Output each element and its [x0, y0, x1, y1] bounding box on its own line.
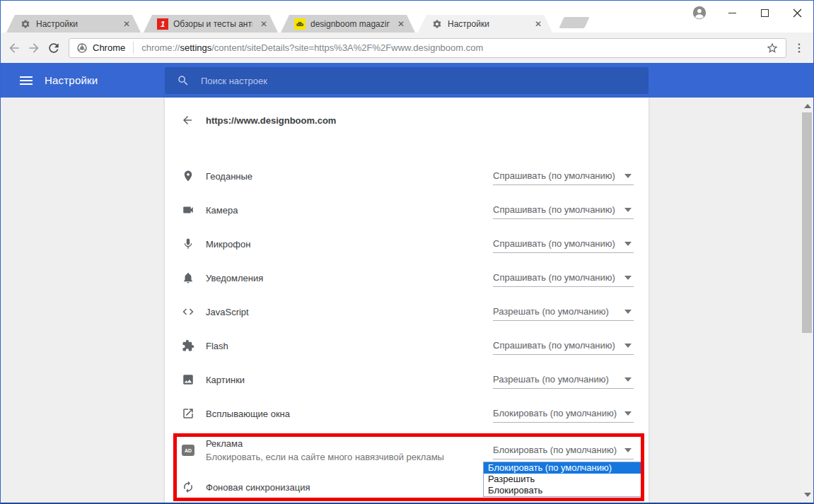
flash-permission-select[interactable]: Спрашивать (по умолчанию) — [493, 336, 634, 355]
row-sublabel: Блокировать, если на сайте много навязчи… — [206, 452, 444, 462]
omnibox-separator — [133, 42, 134, 54]
popups-permission-select[interactable]: Блокировать (по умолчанию) — [493, 404, 634, 423]
profile-icon[interactable] — [692, 5, 707, 20]
db-favicon: db — [294, 18, 306, 30]
tab-close-icon[interactable]: ✕ — [535, 20, 542, 28]
chrome-logo-icon — [76, 42, 88, 54]
arrow-back-icon — [181, 114, 194, 127]
maximize-icon — [761, 9, 769, 17]
url-text: chrome://settings/content/siteDetails?si… — [141, 42, 483, 53]
caret-down-icon — [624, 448, 632, 452]
dropdown-option-block[interactable]: Блокировать — [484, 485, 641, 496]
row-label: Всплывающие окна — [206, 409, 290, 419]
caret-down-icon — [624, 242, 632, 246]
reload-icon — [47, 41, 61, 55]
row-label: Flash — [206, 341, 228, 351]
microphone-icon — [181, 237, 195, 251]
row-label: Уведомления — [206, 273, 263, 283]
row-notifications: Уведомления Спрашивать (по умолчанию) — [165, 261, 649, 295]
tab-antivirus-reviews[interactable]: 1 Обзоры и тесты антиви ✕ — [144, 15, 278, 33]
image-icon — [181, 373, 195, 387]
caret-down-icon — [624, 344, 632, 348]
images-permission-select[interactable]: Разрешать (по умолчанию) — [493, 370, 634, 389]
maximize-button[interactable] — [757, 6, 772, 20]
row-label: Картинки — [206, 375, 245, 385]
back-button[interactable] — [5, 39, 23, 57]
row-label: Геоданные — [206, 171, 252, 182]
dropdown-option-allow[interactable]: Разрешить — [484, 474, 641, 485]
row-label: Реклама — [206, 438, 444, 449]
microphone-permission-select[interactable]: Спрашивать (по умолчанию) — [493, 235, 634, 253]
javascript-permission-select[interactable]: Разрешать (по умолчанию) — [493, 303, 634, 321]
caret-down-icon — [624, 310, 632, 314]
close-icon — [793, 8, 802, 18]
row-images: Картинки Разрешать (по умолчанию) — [165, 363, 649, 397]
scroll-down-icon[interactable] — [804, 493, 811, 497]
browser-window: Настройки ✕ 1 Обзоры и тесты антиви ✕ db… — [0, 0, 814, 504]
tab-designboom[interactable]: db designboom magazine | ✕ — [281, 15, 415, 33]
search-icon — [177, 74, 190, 87]
browser-toolbar: Chrome chrome://settings/content/siteDet… — [1, 33, 813, 63]
sync-icon — [181, 480, 195, 494]
address-bar[interactable]: Chrome chrome://settings/content/siteDet… — [69, 38, 786, 58]
tab-settings-active[interactable]: Настройки ✕ — [418, 15, 552, 33]
tab-title: Настройки — [36, 19, 115, 29]
caret-down-icon — [624, 208, 632, 212]
location-pin-icon — [181, 169, 195, 183]
scroll-up-icon[interactable] — [804, 104, 811, 108]
caret-down-icon — [624, 377, 632, 382]
tab-title: designboom magazine | — [310, 19, 390, 29]
minimize-icon — [728, 13, 736, 13]
row-camera: Камера Спрашивать (по умолчанию) — [165, 193, 649, 227]
notifications-permission-select[interactable]: Спрашивать (по умолчанию) — [493, 269, 634, 287]
scrollbar[interactable] — [801, 98, 813, 503]
scrollbar-thumb[interactable] — [802, 112, 812, 333]
chrome-badge-label: Chrome — [93, 42, 125, 53]
new-tab-button[interactable] — [559, 17, 589, 28]
site-details-card: https://www.designboom.com Геоданные Спр… — [165, 98, 649, 503]
gear-icon — [20, 18, 31, 30]
caret-down-icon — [624, 276, 632, 280]
tab-title: Обзоры и тесты антиви — [173, 19, 252, 29]
dropdown-option-block-default[interactable]: Блокировать (по умолчанию) — [484, 462, 641, 474]
site-url: https://www.designboom.com — [206, 115, 336, 126]
hamburger-icon[interactable] — [20, 76, 33, 85]
popup-icon — [181, 406, 195, 421]
row-popups: Всплывающие окна Блокировать (по умолчан… — [165, 397, 649, 430]
camera-permission-select[interactable]: Спрашивать (по умолчанию) — [493, 201, 634, 219]
back-icon — [7, 41, 21, 55]
ads-permission-dropdown: Блокировать (по умолчанию) Разрешить Бло… — [483, 462, 641, 497]
row-label: Микрофон — [206, 239, 250, 250]
bookmark-star-button[interactable] — [766, 42, 779, 54]
row-flash: Flash Спрашивать (по умолчанию) — [165, 329, 649, 363]
caret-down-icon — [624, 411, 632, 416]
back-arrow-button[interactable] — [181, 114, 194, 127]
row-microphone: Микрофон Спрашивать (по умолчанию) — [165, 227, 649, 261]
forward-button[interactable] — [25, 39, 43, 57]
search-placeholder: Поиск настроек — [201, 76, 267, 86]
settings-content: https://www.designboom.com Геоданные Спр… — [1, 98, 813, 503]
geolocation-permission-select[interactable]: Спрашивать (по умолчанию) — [493, 167, 634, 185]
tab-close-icon[interactable]: ✕ — [397, 20, 405, 28]
tab-close-icon[interactable]: ✕ — [123, 20, 130, 28]
site-details-header: https://www.designboom.com — [165, 98, 649, 127]
row-label: JavaScript — [206, 307, 249, 317]
tab-settings-1[interactable]: Настройки ✕ — [6, 15, 141, 33]
close-button[interactable] — [789, 6, 805, 20]
tab-close-icon[interactable]: ✕ — [260, 20, 267, 28]
browser-menu-button[interactable] — [791, 42, 808, 54]
settings-header: Настройки Поиск настроек — [1, 63, 813, 98]
ads-permission-select[interactable]: Блокировать (по умолчанию) — [493, 441, 634, 459]
code-icon — [181, 305, 195, 319]
reload-button[interactable] — [45, 39, 63, 57]
chrome-badge: Chrome — [76, 42, 125, 54]
caret-down-icon — [624, 174, 632, 178]
row-geolocation: Геоданные Спрашивать (по умолчанию) — [165, 159, 649, 193]
ad-icon: AD — [181, 443, 195, 457]
puzzle-icon — [181, 339, 195, 353]
minimize-button[interactable] — [724, 6, 740, 20]
bell-icon — [181, 271, 195, 285]
row-label: Камера — [206, 205, 238, 216]
forward-icon — [27, 41, 41, 55]
settings-search-input[interactable]: Поиск настроек — [165, 67, 649, 94]
